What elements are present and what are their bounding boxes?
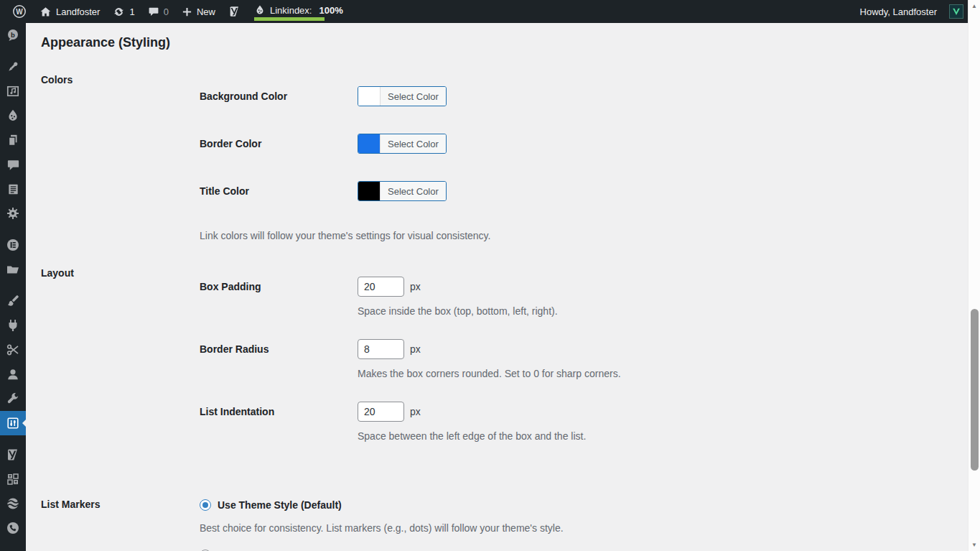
sidebar-item-templates[interactable] — [0, 257, 26, 282]
background-color-swatch — [358, 87, 381, 106]
box-padding-unit: px — [410, 281, 421, 292]
phone-circle-icon — [6, 521, 20, 535]
folder-icon — [6, 262, 20, 277]
link-colors-hint: Link colors will follow your theme's set… — [200, 228, 968, 243]
sidebar-item-settings-gear[interactable] — [0, 201, 26, 226]
scrollbar-down-arrow-icon[interactable]: ▼ — [969, 539, 980, 551]
theme-style-option-row: Use Theme Style (Default) — [200, 499, 968, 511]
media-icon — [6, 84, 20, 98]
swirl-icon — [6, 496, 20, 511]
box-padding-input[interactable] — [358, 277, 404, 297]
page-title: Appearance (Styling) — [41, 34, 968, 50]
select-color-label: Select Color — [381, 87, 446, 106]
border-radius-desc: Makes the box corners rounded. Set to 0 … — [358, 367, 968, 380]
chat-bubble-b-icon: b — [6, 28, 20, 42]
border-radius-field: Border Radius px Makes the box corners r… — [200, 339, 968, 380]
ink-droplet-icon — [6, 108, 20, 123]
grid-blocks-icon — [6, 472, 20, 486]
update-arrows-icon — [113, 6, 125, 18]
gear-icon — [6, 206, 20, 221]
updates-count: 1 — [129, 6, 134, 17]
sidebar-item-grid-plugin[interactable] — [0, 467, 26, 491]
sidebar-item-media[interactable] — [0, 79, 26, 103]
settings-page: Appearance (Styling) Colors Background C… — [26, 23, 968, 551]
box-padding-desc: Space inside the box (top, bottom, left,… — [358, 305, 968, 318]
menu-separator — [0, 282, 26, 289]
scrollbar-up-arrow-icon[interactable]: ▲ — [969, 0, 980, 12]
svg-text:b: b — [11, 31, 15, 39]
sidebar-item-swirl-plugin[interactable] — [0, 491, 26, 516]
svg-text:W: W — [16, 8, 23, 16]
linkindex-value: 100% — [319, 5, 342, 16]
border-color-row: Border Color Select Color — [200, 134, 968, 154]
wordpress-logo-menu[interactable]: W — [6, 0, 33, 23]
title-color-row: Title Color Select Color — [200, 181, 968, 201]
sidebar-item-plugins[interactable] — [0, 313, 26, 338]
layout-section: Layout Box Padding px Space inside the b… — [41, 267, 968, 464]
sidebar-item-yoast[interactable] — [0, 443, 26, 467]
list-markers-heading: List Markers — [41, 499, 200, 551]
updates-menu[interactable]: 1 — [106, 0, 141, 23]
yoast-icon — [6, 448, 20, 462]
howdy-menu[interactable]: Howdy, Landfoster — [854, 0, 943, 23]
sidebar-item-posts[interactable] — [0, 55, 26, 79]
sidebar-item-whatsapp-plugin[interactable] — [0, 516, 26, 540]
title-color-picker-button[interactable]: Select Color — [358, 181, 447, 201]
menu-separator — [0, 435, 26, 443]
linkindex-menu[interactable]: Linkindex: 100% — [248, 0, 350, 23]
background-color-picker-button[interactable]: Select Color — [358, 86, 447, 106]
comment-bubble-icon — [148, 6, 159, 17]
paintbrush-icon — [6, 294, 20, 308]
home-icon — [39, 6, 52, 18]
admin-bar-right: Howdy, Landfoster — [854, 0, 968, 23]
border-color-picker-button[interactable]: Select Color — [358, 134, 447, 154]
new-content-menu[interactable]: New — [175, 0, 222, 23]
sidebar-item-tools[interactable] — [0, 386, 26, 411]
sidebar-item-snippets[interactable] — [0, 338, 26, 362]
sidebar-item-appearance[interactable] — [0, 289, 26, 313]
theme-style-option-desc: Best choice for consistency. List marker… — [200, 522, 968, 534]
avatar-v-icon — [951, 6, 961, 17]
theme-style-radio[interactable] — [200, 499, 211, 511]
new-label: New — [197, 6, 215, 17]
pushpin-icon — [6, 60, 20, 74]
sidebar-item-forms[interactable] — [0, 177, 26, 201]
sidebar-item-linkindex-settings-active[interactable] — [0, 411, 26, 435]
comments-count: 0 — [164, 6, 169, 17]
sidebar-item-chat-plugin[interactable]: b — [0, 23, 26, 47]
admin-menu: b — [0, 23, 26, 540]
list-markers-section: List Markers Use Theme Style (Default) B… — [41, 499, 968, 551]
list-indentation-label: List Indentation — [200, 406, 358, 417]
comments-menu[interactable]: 0 — [141, 0, 175, 23]
sidebar-item-comments[interactable] — [0, 152, 26, 177]
settings-sliders-icon — [6, 416, 20, 430]
site-name: Landfoster — [56, 6, 100, 17]
title-color-label: Title Color — [200, 185, 358, 197]
sidebar-item-elementor[interactable] — [0, 233, 26, 257]
scissors-icon — [6, 343, 20, 357]
scrollbar-thumb[interactable] — [971, 309, 979, 471]
theme-style-option-label[interactable]: Use Theme Style (Default) — [218, 499, 342, 511]
select-color-label: Select Color — [381, 182, 446, 200]
border-color-swatch — [358, 134, 381, 153]
border-radius-input[interactable] — [358, 339, 404, 359]
yoast-menu[interactable] — [222, 0, 248, 23]
background-color-label: Background Color — [200, 91, 358, 102]
sidebar-item-pages[interactable] — [0, 128, 26, 152]
sidebar-item-users[interactable] — [0, 362, 26, 386]
select-color-label: Select Color — [381, 134, 446, 153]
admin-sidebar-collapsed: b — [0, 23, 26, 551]
colors-section-heading: Colors — [41, 74, 200, 243]
sidebar-item-droplet-plugin[interactable] — [0, 103, 26, 128]
yoast-y-icon — [228, 5, 241, 18]
document-icon — [6, 182, 20, 196]
site-menu[interactable]: Landfoster — [33, 0, 106, 23]
layout-section-heading: Layout — [41, 267, 200, 464]
list-indentation-input[interactable] — [358, 402, 404, 422]
elementor-icon — [6, 238, 20, 252]
wordpress-logo-icon: W — [12, 4, 27, 19]
list-indentation-field: List Indentation px Space between the le… — [200, 402, 968, 443]
avatar[interactable] — [949, 4, 963, 19]
border-radius-unit: px — [410, 343, 421, 355]
linkindex-progress-bar — [254, 17, 325, 21]
